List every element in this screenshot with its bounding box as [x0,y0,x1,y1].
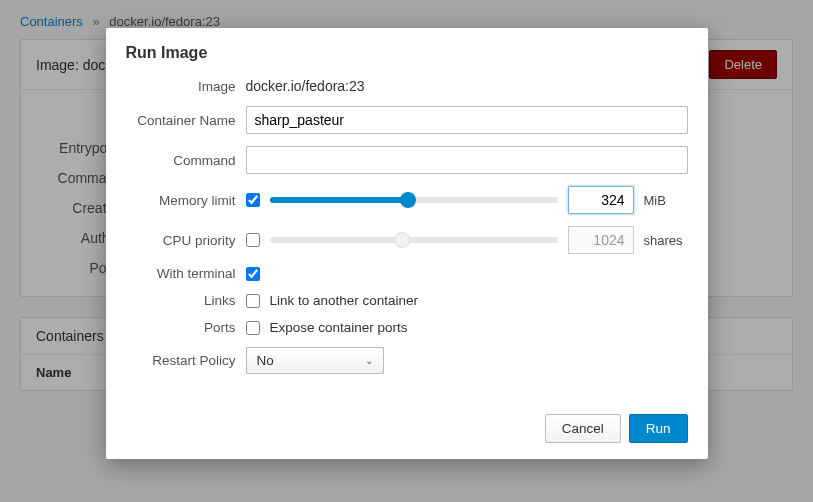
cpu-priority-checkbox[interactable] [246,233,260,247]
cpu-slider-thumb[interactable] [394,232,410,248]
container-name-input[interactable] [246,106,688,134]
run-image-modal: Run Image Image docker.io/fedora:23 Cont… [106,28,708,459]
image-value: docker.io/fedora:23 [246,78,365,94]
label-container-name: Container Name [126,113,246,128]
modal-title: Run Image [106,28,708,74]
label-restart-policy: Restart Policy [126,353,246,368]
cpu-unit: shares [644,233,688,248]
cpu-value-input [568,226,634,254]
memory-slider-thumb[interactable] [400,192,416,208]
ports-text: Expose container ports [270,320,408,335]
label-command: Command [126,153,246,168]
links-text: Link to another container [270,293,419,308]
label-memory-limit: Memory limit [126,193,246,208]
run-button[interactable]: Run [629,414,688,443]
cpu-slider[interactable] [270,230,558,250]
label-image: Image [126,79,246,94]
links-checkbox[interactable] [246,294,260,308]
label-ports: Ports [126,320,246,335]
memory-limit-checkbox[interactable] [246,193,260,207]
restart-policy-value: No [257,353,274,368]
with-terminal-checkbox[interactable] [246,267,260,281]
command-input[interactable] [246,146,688,174]
chevron-down-icon: ⌄ [365,355,373,366]
label-with-terminal: With terminal [126,266,246,281]
label-cpu-priority: CPU priority [126,233,246,248]
restart-policy-select[interactable]: No ⌄ [246,347,384,374]
cancel-button[interactable]: Cancel [545,414,621,443]
memory-slider[interactable] [270,190,558,210]
ports-checkbox[interactable] [246,321,260,335]
label-links: Links [126,293,246,308]
memory-value-input[interactable] [568,186,634,214]
memory-unit: MiB [644,193,688,208]
